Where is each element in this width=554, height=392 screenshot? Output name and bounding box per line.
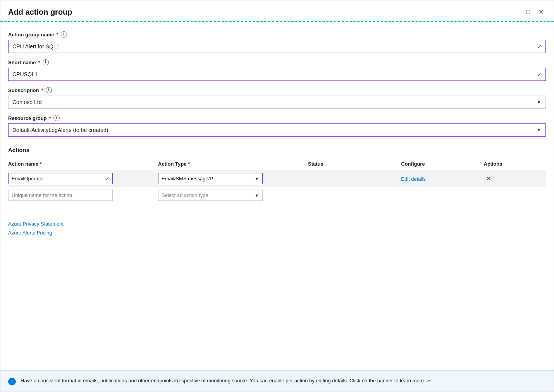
col-header-action-name: Action name * xyxy=(8,158,158,170)
new-status-cell xyxy=(308,187,401,203)
links-section: Azure Privacy Statement Azure Alerts Pri… xyxy=(8,221,546,239)
short-name-check-icon: ✓ xyxy=(537,71,542,78)
azure-pricing-link[interactable]: Azure Alerts Pricing xyxy=(8,230,546,236)
subscription-label: Subscription * i xyxy=(8,87,546,93)
new-action-name-cell xyxy=(8,187,158,203)
new-action-type-cell: Select an action type ▼ xyxy=(158,187,308,203)
configure-cell: Edit details xyxy=(401,170,484,187)
dialog-title: Add action group xyxy=(8,8,72,17)
dialog-header: Add action group □ ✕ xyxy=(0,0,554,22)
actions-table: Action name * Action Type * Status Confi… xyxy=(8,158,546,203)
external-link-icon: ↗ xyxy=(427,378,430,384)
actions-section: Actions Action name * Action Type * Stat… xyxy=(8,147,546,203)
short-name-wrapper: ✓ xyxy=(8,68,546,81)
short-name-info-icon[interactable]: i xyxy=(43,59,49,65)
resource-group-info-icon[interactable]: i xyxy=(53,115,60,121)
add-action-group-dialog: Add action group □ ✕ Action group name *… xyxy=(0,0,554,392)
action-group-name-label: Action group name * i xyxy=(8,31,546,38)
azure-privacy-link[interactable]: Azure Privacy Statement xyxy=(8,221,546,227)
edit-details-link[interactable]: Edit details xyxy=(401,176,426,182)
action-name-required-star: * xyxy=(40,161,42,167)
actions-title: Actions xyxy=(8,147,546,153)
new-actions-cell xyxy=(484,187,546,203)
col-header-actions: Actions xyxy=(484,158,546,170)
table-header-row: Action name * Action Type * Status Confi… xyxy=(8,158,546,170)
action-group-name-wrapper: ✓ xyxy=(8,40,546,53)
subscription-info-icon[interactable]: i xyxy=(46,87,52,93)
info-banner[interactable]: i Have a consistent format in emails, no… xyxy=(0,370,554,392)
delete-action-button[interactable]: ✕ xyxy=(484,174,494,183)
delete-cell: ✕ xyxy=(484,170,546,187)
action-name-field-wrapper: ✓ xyxy=(8,173,113,184)
action-type-select-wrapper: Email/SMS message/P... ▼ xyxy=(158,173,263,184)
resource-group-select[interactable]: Default-ActivityLogAlerts (to be created… xyxy=(8,123,546,137)
resource-group-label: Resource group * i xyxy=(8,115,546,121)
subscription-select-wrapper: Contoso Ltd ▼ xyxy=(8,96,546,109)
action-name-check-icon: ✓ xyxy=(105,176,110,182)
info-banner-icon: i xyxy=(8,378,16,385)
required-star-4: * xyxy=(49,115,51,121)
action-type-select[interactable]: Email/SMS message/P... xyxy=(158,173,263,184)
action-type-cell: Email/SMS message/P... ▼ xyxy=(158,170,308,187)
status-cell xyxy=(308,170,401,187)
maximize-button[interactable]: □ xyxy=(524,7,532,17)
dialog-header-actions: □ ✕ xyxy=(524,7,546,17)
action-group-name-group: Action group name * i ✓ xyxy=(8,31,546,53)
dialog-body: Action group name * i ✓ Short name * i ✓ xyxy=(0,22,554,370)
new-action-type-wrapper: Select an action type ▼ xyxy=(158,190,263,201)
action-name-cell: ✓ xyxy=(8,170,158,187)
new-configure-cell xyxy=(401,187,484,203)
col-header-status: Status xyxy=(308,158,401,170)
close-button[interactable]: ✕ xyxy=(536,7,546,17)
action-group-name-check-icon: ✓ xyxy=(537,43,542,50)
table-row: ✓ Email/SMS message/P... ▼ xyxy=(8,170,546,187)
action-name-field[interactable] xyxy=(8,173,113,184)
action-type-required-star: * xyxy=(188,161,190,167)
resource-group-group: Resource group * i Default-ActivityLogAl… xyxy=(8,115,546,137)
col-header-configure: Configure xyxy=(401,158,484,170)
required-star: * xyxy=(56,32,58,38)
new-action-name-input[interactable] xyxy=(8,190,113,201)
subscription-select[interactable]: Contoso Ltd xyxy=(8,96,546,109)
short-name-group: Short name * i ✓ xyxy=(8,59,546,81)
action-group-name-info-icon[interactable]: i xyxy=(61,31,67,38)
short-name-input[interactable] xyxy=(8,68,546,81)
new-action-row: Select an action type ▼ xyxy=(8,187,546,203)
new-action-type-select[interactable]: Select an action type xyxy=(158,190,263,201)
required-star-2: * xyxy=(38,60,40,65)
col-header-action-type: Action Type * xyxy=(158,158,308,170)
info-banner-text: Have a consistent format in emails, noti… xyxy=(21,377,430,385)
short-name-label: Short name * i xyxy=(8,59,546,65)
subscription-group: Subscription * i Contoso Ltd ▼ xyxy=(8,87,546,109)
resource-group-select-wrapper: Default-ActivityLogAlerts (to be created… xyxy=(8,123,546,137)
action-group-name-input[interactable] xyxy=(8,40,546,53)
required-star-3: * xyxy=(41,87,43,93)
